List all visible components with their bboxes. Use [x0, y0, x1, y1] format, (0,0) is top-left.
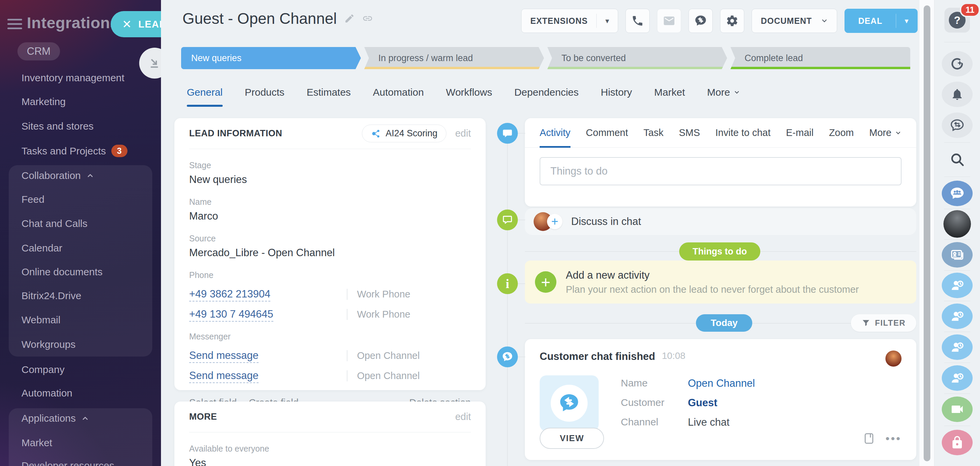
tab-activity[interactable]: Activity	[539, 118, 571, 147]
note-icon[interactable]	[864, 433, 874, 444]
recent-contact-button[interactable]	[942, 273, 973, 298]
tab-activity-more[interactable]: More	[869, 118, 902, 147]
contact-card-icon	[950, 247, 964, 262]
recent-contact-button[interactable]	[942, 334, 973, 360]
chevron-down-icon	[895, 129, 902, 136]
person-clock-icon	[950, 340, 965, 355]
sidebar-item-sites[interactable]: Sites and stores	[21, 121, 94, 132]
sidebar-item-chat-calls[interactable]: Chat and Calls	[21, 218, 88, 229]
call-button[interactable]	[625, 9, 650, 33]
plus-icon[interactable]: +	[535, 271, 557, 293]
phone-link[interactable]: +49 3862 213904	[189, 288, 270, 302]
tab-dependencies[interactable]: Dependencies	[514, 87, 579, 98]
open-lines-button[interactable]	[942, 112, 973, 138]
tab-workflows[interactable]: Workflows	[446, 87, 492, 98]
stage-to-be-converted[interactable]: To be converted	[547, 47, 727, 69]
customer-link[interactable]: Guest	[688, 397, 718, 409]
sidebar-item-drive[interactable]: Bitrix24.Drive	[21, 290, 81, 302]
tab-invite-to-chat[interactable]: Invite to chat	[715, 118, 770, 147]
sidebar-item-company[interactable]: Company	[21, 364, 64, 375]
search-button[interactable]	[950, 152, 965, 167]
filter-button[interactable]: FILTER	[851, 314, 916, 332]
sidebar-item-calendar[interactable]: Calendar	[21, 243, 62, 254]
recent-contact-button[interactable]	[942, 365, 973, 391]
tab-comment[interactable]: Comment	[586, 118, 628, 147]
tab-history[interactable]: History	[601, 87, 632, 98]
phone-link[interactable]: +49 130 7 494645	[189, 308, 273, 322]
copy-link-icon[interactable]	[362, 13, 373, 24]
edit-section-link[interactable]: edit	[455, 128, 471, 139]
send-message-link[interactable]: Send message	[189, 350, 259, 363]
stage-new-queries[interactable]: New queries	[181, 47, 361, 69]
sidebar-item-automation[interactable]: Automation	[21, 388, 72, 399]
sidebar-item-tasks[interactable]: Tasks and Projects 3	[21, 145, 127, 157]
todo-input[interactable]	[539, 157, 902, 185]
menu-icon[interactable]	[7, 19, 23, 32]
timeline-entry-title: Customer chat finished	[539, 351, 655, 362]
ai-scoring-button[interactable]: AI24 Scoring	[362, 124, 447, 142]
document-button[interactable]: DOCUMENT	[752, 9, 837, 33]
add-participant-icon[interactable]: +	[547, 214, 562, 229]
scrollbar-track[interactable]	[919, 0, 934, 466]
tab-market[interactable]: Market	[654, 87, 685, 98]
notifications-count-badge: 11	[960, 3, 980, 17]
user-avatar[interactable]	[943, 210, 971, 238]
settings-button[interactable]	[720, 9, 744, 33]
tab-task[interactable]: Task	[644, 118, 664, 147]
edit-title-icon[interactable]	[344, 13, 355, 24]
sidebar-item-workgroups[interactable]: Workgroups	[21, 339, 75, 350]
notifications-button[interactable]	[942, 81, 973, 107]
send-message-link[interactable]: Send message	[189, 370, 259, 383]
sidebar-item-developer-resources[interactable]: Developer resources	[21, 460, 115, 466]
field-value-stage[interactable]: New queries	[189, 174, 471, 186]
security-button[interactable]	[942, 430, 973, 455]
field-value-name[interactable]: Marco	[189, 210, 471, 222]
tasks-count-badge: 3	[111, 145, 127, 157]
document-dropdown-icon[interactable]	[821, 9, 837, 33]
video-call-button[interactable]	[942, 396, 973, 422]
tab-zoom[interactable]: Zoom	[829, 118, 854, 147]
group-chat-button[interactable]	[942, 180, 973, 206]
contact-card-button[interactable]	[942, 242, 973, 268]
tab-sms[interactable]: SMS	[679, 118, 700, 147]
sidebar-group-applications[interactable]: Applications	[21, 413, 89, 424]
stage-in-progress[interactable]: In progress / warm lead	[364, 47, 544, 69]
add-activity-banner[interactable]: + Add a new activity Plan your next acti…	[525, 260, 916, 303]
sidebar-item-feed[interactable]: Feed	[21, 194, 44, 205]
crm-badge[interactable]: CRM	[18, 42, 60, 61]
tab-estimates[interactable]: Estimates	[307, 87, 351, 98]
recent-contact-button[interactable]	[942, 303, 973, 329]
field-value-source[interactable]: Mercado_Libre - Open Channel	[189, 247, 471, 259]
section-title: LEAD INFORMATION	[189, 128, 282, 139]
sidebar-item-market[interactable]: Market	[21, 437, 52, 448]
deal-button[interactable]: DEAL ▾	[845, 9, 918, 33]
field-value-available[interactable]: Yes	[189, 457, 471, 466]
view-button[interactable]: VIEW	[539, 428, 604, 449]
sidebar-item-marketing[interactable]: Marketing	[21, 96, 66, 107]
discuss-in-chat-row[interactable]: + Discuss in chat	[525, 208, 916, 235]
sidebar-item-inventory[interactable]: Inventory management	[21, 72, 124, 84]
edit-section-link[interactable]: edit	[455, 411, 471, 422]
sidebar-item-online-documents[interactable]: Online documents	[21, 266, 103, 278]
extensions-dropdown-icon[interactable]: ▾	[597, 9, 618, 33]
tab-more[interactable]: More	[707, 87, 740, 98]
tab-products[interactable]: Products	[245, 87, 285, 98]
phone-type: Work Phone	[347, 309, 410, 320]
tab-general[interactable]: General	[187, 87, 223, 98]
tab-email[interactable]: E-mail	[786, 118, 813, 147]
sidebar-item-webmail[interactable]: Webmail	[21, 314, 60, 326]
phone-icon	[631, 14, 644, 27]
tab-automation[interactable]: Automation	[373, 87, 424, 98]
extensions-button[interactable]: EXTENSIONS ▾	[521, 9, 618, 33]
deal-dropdown-icon[interactable]: ▾	[896, 9, 917, 33]
open-channel-link[interactable]: Open Channel	[688, 377, 755, 389]
activity-stream-icon	[497, 123, 518, 144]
close-icon[interactable]: ✕	[122, 19, 132, 30]
main-content: Guest - Open Channel EXTENSIONS ▾	[161, 0, 980, 466]
copilot-button[interactable]	[942, 51, 973, 77]
sidebar-group-collaboration[interactable]: Collaboration	[21, 170, 94, 181]
open-channel-button[interactable]	[689, 9, 713, 33]
email-button[interactable]	[657, 9, 681, 33]
scrollbar-thumb[interactable]	[924, 5, 931, 461]
stage-complete-lead[interactable]: Complete lead	[730, 47, 910, 69]
